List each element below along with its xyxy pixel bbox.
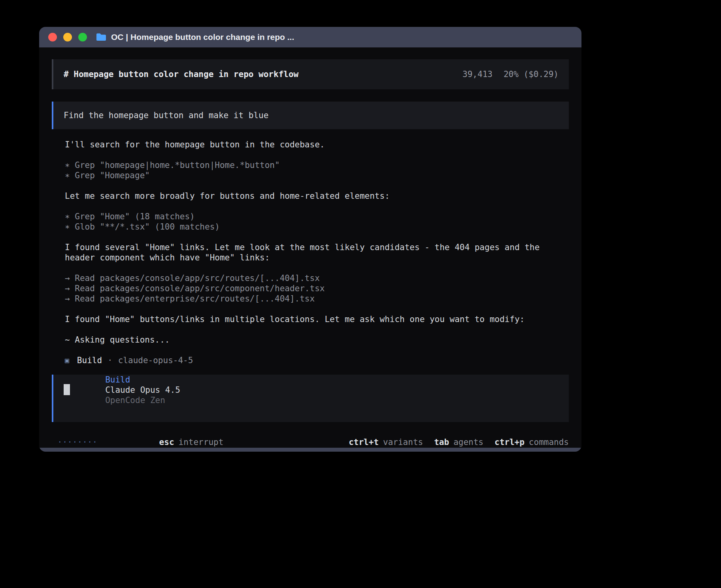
- shortcut-key: ctrl+p: [495, 437, 525, 447]
- assistant-text: I found several "Home" links. Let me loo…: [65, 242, 569, 263]
- window-title: OC | Homepage button color change in rep…: [111, 32, 294, 42]
- assistant-text: Let me search more broadly for buttons a…: [65, 191, 569, 201]
- interrupt-label: interrupt: [179, 437, 224, 447]
- assistant-text-line: I found several "Home" links. Let me loo…: [65, 242, 569, 253]
- tool-call-line: → Read packages/enterprise/src/routes/[.…: [65, 294, 569, 304]
- assistant-text: I found "Home" buttons/links in multiple…: [65, 314, 569, 324]
- status-bar: ········ escinterrupt ctrl+tvariantstaba…: [52, 427, 569, 448]
- shortcut-agents: tabagents: [434, 437, 483, 447]
- esc-key-label: esc: [159, 437, 174, 447]
- assistant-text-line: Let me search more broadly for buttons a…: [65, 191, 569, 201]
- close-button[interactable]: [48, 33, 57, 41]
- terminal-content: # Homepage button color change in repo w…: [39, 47, 581, 448]
- terminal-window: OC | Homepage button color change in rep…: [39, 27, 581, 452]
- shortcut-label: agents: [453, 437, 483, 447]
- provider-indicator: OpenCode Zen: [105, 396, 165, 405]
- tool-call-line: ∗ Grep "homepage|home.*button|Home.*butt…: [65, 160, 569, 170]
- traffic-lights: [48, 33, 87, 41]
- assistant-text-line: ~ Asking questions...: [65, 335, 569, 345]
- tool-call-line: ∗ Glob "**/*.tsx" (100 matches): [65, 222, 569, 232]
- session-meta: 39,413 20% ($0.29): [462, 69, 559, 79]
- zoom-button[interactable]: [78, 33, 87, 41]
- shortcut-key: tab: [434, 437, 449, 447]
- activity-dots: ········: [57, 437, 97, 447]
- mode-indicator[interactable]: Build: [105, 375, 130, 384]
- model-indicator[interactable]: Claude Opus 4.5: [105, 385, 180, 395]
- titlebar[interactable]: OC | Homepage button color change in rep…: [39, 27, 581, 47]
- statusbar-left: ········ escinterrupt: [52, 427, 223, 448]
- user-message-text: Find the homepage button and make it blu…: [64, 110, 268, 121]
- context-usage: 20% ($0.29): [504, 69, 559, 79]
- shortcut-commands: ctrl+pcommands: [495, 437, 569, 447]
- shortcut-label: variants: [383, 437, 423, 447]
- assistant-text: I'll search for the homepage button in t…: [65, 139, 569, 150]
- tool-call-group: → Read packages/console/app/src/routes/[…: [65, 273, 569, 304]
- user-message: Find the homepage button and make it blu…: [52, 102, 569, 129]
- interrupt-hint: escinterrupt: [109, 427, 223, 448]
- transcript: I'll search for the homepage button in t…: [65, 139, 569, 366]
- session-header: # Homepage button color change in repo w…: [52, 59, 569, 89]
- statusbar-shortcuts: ctrl+tvariantstabagentsctrl+pcommands: [349, 437, 569, 447]
- tool-call-group: ∗ Grep "Home" (18 matches)∗ Glob "**/*.t…: [65, 211, 569, 232]
- shortcut-variants: ctrl+tvariants: [349, 437, 423, 447]
- session-title: # Homepage button color change in repo w…: [64, 69, 298, 79]
- assistant-text: ~ Asking questions...: [65, 335, 569, 345]
- tool-call-line: ∗ Grep "Home" (18 matches): [65, 211, 569, 222]
- tool-call-line: → Read packages/console/app/src/componen…: [65, 283, 569, 294]
- input-footer: Build Claude Opus 4.5 OpenCode Zen: [65, 364, 185, 416]
- transcript-blocks: I'll search for the homepage button in t…: [65, 139, 569, 345]
- minimize-button[interactable]: [63, 33, 72, 41]
- assistant-text-line: I found "Home" buttons/links in multiple…: [65, 314, 569, 324]
- folder-icon: [96, 33, 107, 41]
- token-count: 39,413: [462, 69, 493, 79]
- shortcut-key: ctrl+t: [349, 437, 379, 447]
- tool-call-line: ∗ Grep "Homepage": [65, 170, 569, 181]
- tool-call-group: ∗ Grep "homepage|home.*button|Home.*butt…: [65, 160, 569, 181]
- prompt-input[interactable]: Build Claude Opus 4.5 OpenCode Zen: [52, 375, 569, 422]
- window-title-wrap: OC | Homepage button color change in rep…: [96, 32, 294, 42]
- tool-call-line: → Read packages/console/app/src/routes/[…: [65, 273, 569, 283]
- assistant-text-line: header component which have "Home" links…: [65, 253, 569, 263]
- assistant-text-line: I'll search for the homepage button in t…: [65, 139, 569, 150]
- shortcut-label: commands: [529, 437, 569, 447]
